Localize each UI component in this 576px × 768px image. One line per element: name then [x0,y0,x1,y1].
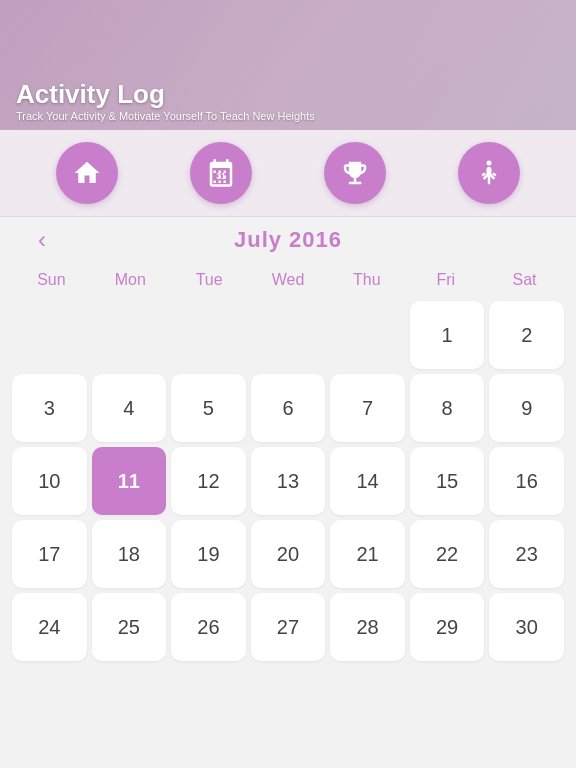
calendar-icon: 31 [206,158,236,188]
calendar-day-23[interactable]: 23 [489,520,564,588]
calendar-day-21[interactable]: 21 [330,520,405,588]
trophy-nav-button[interactable] [324,142,386,204]
calendar-day-14[interactable]: 14 [330,447,405,515]
calendar-day-10[interactable]: 10 [12,447,87,515]
calendar-day-7[interactable]: 7 [330,374,405,442]
month-navigation: ‹ July 2016 [12,227,564,253]
month-title: July 2016 [234,227,342,253]
calendar-day-12[interactable]: 12 [171,447,246,515]
calendar-day-1[interactable]: 1 [410,301,485,369]
calendar-day-25[interactable]: 25 [92,593,167,661]
prev-month-button[interactable]: ‹ [22,222,62,258]
day-header-wed: Wed [249,267,328,293]
calendar-day-28[interactable]: 28 [330,593,405,661]
empty-cell [92,301,167,369]
calendar-day-18[interactable]: 18 [92,520,167,588]
calendar-day-30[interactable]: 30 [489,593,564,661]
empty-cell [171,301,246,369]
calendar-day-16[interactable]: 16 [489,447,564,515]
calendar-day-29[interactable]: 29 [410,593,485,661]
calendar-day-9[interactable]: 9 [489,374,564,442]
calendar-day-22[interactable]: 22 [410,520,485,588]
svg-point-1 [487,161,492,166]
empty-cell [330,301,405,369]
day-header-mon: Mon [91,267,170,293]
calendar-day-17[interactable]: 17 [12,520,87,588]
calendar-day-3[interactable]: 3 [12,374,87,442]
empty-cell [12,301,87,369]
day-header-sat: Sat [485,267,564,293]
header-text-group: Activity Log Track Your Activity & Motiv… [0,79,576,122]
day-headers-row: SunMonTueWedThuFriSat [12,267,564,293]
calendar-day-6[interactable]: 6 [251,374,326,442]
day-header-sun: Sun [12,267,91,293]
calendar-day-8[interactable]: 8 [410,374,485,442]
empty-cell [251,301,326,369]
calendar-day-2[interactable]: 2 [489,301,564,369]
calendar-day-27[interactable]: 27 [251,593,326,661]
calendar-day-20[interactable]: 20 [251,520,326,588]
yoga-nav-button[interactable] [458,142,520,204]
home-nav-button[interactable] [56,142,118,204]
day-header-tue: Tue [170,267,249,293]
trophy-icon [340,158,370,188]
calendar-day-19[interactable]: 19 [171,520,246,588]
calendar-day-11[interactable]: 11 [92,447,167,515]
yoga-icon [474,158,504,188]
calendar-day-26[interactable]: 26 [171,593,246,661]
calendar-day-4[interactable]: 4 [92,374,167,442]
calendar-day-5[interactable]: 5 [171,374,246,442]
calendar-day-15[interactable]: 15 [410,447,485,515]
nav-bar: 31 [0,130,576,217]
day-header-thu: Thu [327,267,406,293]
home-icon [72,158,102,188]
page-subtitle: Track Your Activity & Motivate Yourself … [16,110,560,122]
calendar-section: ‹ July 2016 SunMonTueWedThuFriSat 123456… [0,217,576,673]
calendar-day-13[interactable]: 13 [251,447,326,515]
calendar-grid: 1234567891011121314151617181920212223242… [12,301,564,661]
calendar-nav-button[interactable]: 31 [190,142,252,204]
page-title: Activity Log [16,79,560,110]
svg-text:31: 31 [216,171,226,181]
header: Activity Log Track Your Activity & Motiv… [0,0,576,130]
day-header-fri: Fri [406,267,485,293]
calendar-day-24[interactable]: 24 [12,593,87,661]
